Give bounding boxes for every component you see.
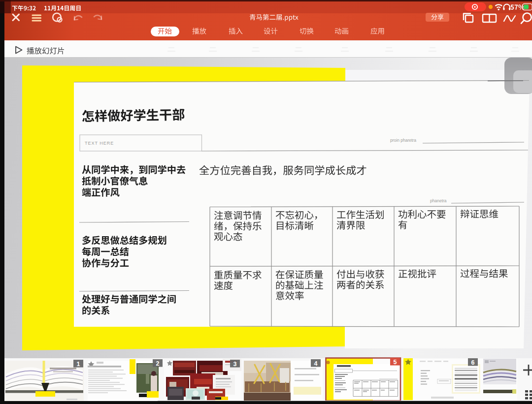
svg-text:2: 2 (156, 360, 160, 367)
svg-text:proin pharetra: proin pharetra (390, 138, 416, 143)
svg-text:TEXT HERE: TEXT HERE (85, 141, 114, 146)
svg-text:3: 3 (233, 361, 237, 368)
svg-text:6: 6 (471, 359, 475, 366)
svg-text:5: 5 (394, 359, 397, 366)
svg-text:1: 1 (77, 361, 80, 368)
svg-text:4: 4 (314, 360, 318, 367)
svg-text:phanetra: phanetra (430, 198, 447, 203)
